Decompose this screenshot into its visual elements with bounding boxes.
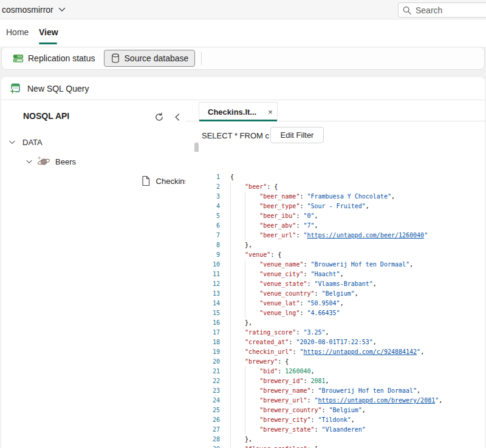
chevron-down-icon	[58, 7, 66, 12]
editor-line: 16 },	[185, 318, 485, 328]
token-p: :	[299, 193, 307, 200]
refresh-button[interactable]	[153, 112, 165, 123]
line-number: 22	[185, 376, 220, 386]
indent-guide	[230, 318, 231, 328]
indent-guide	[245, 192, 245, 202]
tab-home[interactable]: Home	[6, 27, 29, 37]
workspace-dropdown[interactable]: cosmosmirror	[2, 0, 66, 19]
editor-line: 22 "brewery_id": 2081,	[185, 376, 485, 386]
editor-line: 25 "brewery_country": "Belgium",	[185, 406, 485, 415]
tree-node-checkins[interactable]: Checkins	[1, 172, 188, 190]
token-p: :	[278, 368, 285, 375]
collapse-panel-button[interactable]	[171, 112, 183, 123]
line-code: "brewery_city": "Tildonk",	[230, 415, 355, 425]
token-k: "venue_city"	[259, 271, 303, 277]
token-p: : {	[267, 183, 278, 190]
line-code: },	[230, 435, 252, 444]
line-number: 18	[185, 338, 220, 347]
token-p: },	[245, 242, 252, 248]
source-database-label: Source database	[125, 53, 189, 63]
indent-guide	[245, 260, 245, 270]
indent-guide	[230, 425, 231, 435]
line-code: "beer_name": "Frambuesa Y Chocolate",	[230, 192, 395, 202]
line-code: "venue_name": "Brouwerij Hof ten Dormaal…	[230, 260, 413, 270]
indent-guide	[230, 338, 231, 347]
tree-node-label: Beers	[55, 157, 76, 166]
editor-line: 3 "beer_name": "Frambuesa Y Chocolate",	[185, 192, 485, 202]
line-number: 4	[185, 202, 220, 211]
indent-guide	[245, 202, 245, 211]
editor-line: 15 "venue_lng": "4.66435"	[185, 308, 485, 318]
token-s: "4.66435"	[307, 310, 340, 316]
app-window: cosmosmirror Home View	[0, 0, 486, 448]
token-s: "Tildonk"	[318, 416, 351, 423]
token-s: "Frambuesa Y Chocolate"	[307, 193, 391, 200]
search-input[interactable]	[416, 5, 486, 15]
line-number: 17	[185, 328, 220, 338]
source-database-button[interactable]: Source database	[104, 50, 196, 67]
token-k: "beer_ibu"	[259, 212, 296, 219]
editor-line: 4 "beer_type": "Sour - Fruited",	[185, 202, 485, 211]
line-code: "venue_state": "Vlaams-Brabant",	[230, 279, 377, 289]
line-code: "venue_country": "Belgium",	[230, 289, 358, 299]
token-k: "venue_country"	[259, 290, 314, 297]
tree-node-data[interactable]: DATA	[1, 134, 188, 151]
indent-guide	[230, 415, 231, 425]
token-k: "venue_lat"	[259, 300, 299, 307]
line-code: },	[230, 240, 252, 250]
token-k: "created_at"	[245, 339, 289, 345]
editor-line: 10 "venue_name": "Brouwerij Hof ten Dorm…	[185, 260, 485, 270]
indent-guide	[245, 289, 245, 299]
token-p: :	[307, 397, 314, 404]
token-p: ,	[420, 348, 424, 355]
editor-line: 18 "created_at": "2020-08-01T17:22:53",	[185, 338, 485, 347]
indent-guide	[245, 415, 245, 425]
tree-node-beers[interactable]: Beers	[1, 152, 188, 171]
editor-line: 20 "brewery": {	[185, 357, 485, 367]
line-number: 2	[185, 182, 220, 192]
token-s: "	[424, 232, 428, 239]
token-p: : {	[278, 358, 289, 365]
indent-guide	[230, 357, 231, 367]
token-p: ,	[409, 261, 413, 268]
token-p: :	[296, 212, 303, 219]
editor-line: 27 "brewery_state": "Vlaanderen"	[185, 425, 485, 435]
line-code: "venue_city": "Haacht",	[230, 270, 344, 279]
editor-line: 13 "venue_country": "Belgium",	[185, 289, 485, 299]
token-p: :	[303, 271, 310, 277]
replication-status-button[interactable]: Replication status	[9, 50, 99, 66]
new-sql-query-button[interactable]: New SQL Query	[27, 84, 89, 93]
token-p: ,	[326, 378, 329, 384]
json-editor[interactable]: 1{2 "beer": {3 "beer_name": "Frambuesa Y…	[185, 152, 485, 448]
line-code: "venue_lng": "4.66435"	[230, 308, 340, 318]
tab-view[interactable]: View	[39, 27, 58, 37]
indent-guide	[245, 425, 245, 435]
token-s: "Vlaams-Brabant"	[315, 280, 373, 287]
tab-checkins-items[interactable]: Checkins.It... ×	[199, 102, 278, 121]
line-number: 1	[185, 172, 220, 182]
tree-node-label: Checkins	[156, 177, 188, 186]
editor-line: 8 },	[185, 240, 485, 250]
token-p: :	[303, 261, 310, 268]
line-code: "brewery_name": "Brouwerij Hof ten Dorma…	[230, 386, 420, 396]
line-code: "brewery_state": "Vlaanderen"	[230, 425, 366, 435]
token-k: "beer"	[245, 183, 267, 190]
token-s: "3.25"	[303, 329, 325, 336]
line-number: 25	[185, 406, 220, 415]
search-box[interactable]	[398, 2, 486, 18]
token-p: :	[310, 416, 318, 423]
indent-guide	[230, 376, 231, 386]
line-number: 7	[185, 231, 220, 240]
menu-tab-row: Home View	[0, 19, 486, 47]
close-icon[interactable]: ×	[264, 107, 277, 117]
token-p: ,	[351, 416, 355, 423]
token-p: :	[299, 300, 307, 307]
line-code: "brewery_url": "https://untappd.com/brew…	[230, 396, 442, 406]
token-p: :	[299, 310, 307, 316]
token-s: "Belgium"	[329, 407, 362, 413]
token-p: :	[310, 387, 318, 394]
edit-filter-button[interactable]: Edit Filter	[270, 127, 324, 143]
line-number: 23	[185, 386, 220, 396]
editor-lines: 1{2 "beer": {3 "beer_name": "Frambuesa Y…	[185, 172, 485, 448]
editor-line: 21 "bid": 1260040,	[185, 367, 485, 376]
